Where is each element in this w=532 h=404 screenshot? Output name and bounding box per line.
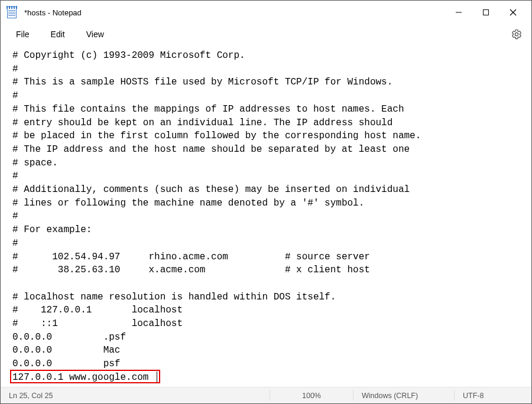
settings-button[interactable] [507,24,527,44]
minimize-icon [455,9,462,16]
gear-icon [511,29,522,40]
svg-rect-1 [484,10,489,15]
text-editor[interactable] [12,49,529,385]
status-position: Ln 25, Col 25 [1,387,61,403]
editor-area [1,44,531,387]
notepad-window: *hosts - Notepad File Edit View [0,0,532,404]
statusbar: Ln 25, Col 25 100% Windows (CRLF) UTF-8 [1,387,531,403]
maximize-icon [482,9,489,16]
status-zoom: 100% [270,387,353,403]
menubar: File Edit View [1,24,531,44]
menu-edit[interactable]: Edit [40,26,76,43]
window-title: *hosts - Notepad [24,8,82,17]
status-encoding: UTF-8 [455,387,531,403]
close-icon [510,9,517,16]
maximize-button[interactable] [472,1,499,24]
titlebar[interactable]: *hosts - Notepad [1,1,531,24]
status-line-ending: Windows (CRLF) [353,387,454,403]
close-button[interactable] [499,1,527,24]
notepad-icon [7,6,17,19]
menu-file[interactable]: File [5,26,40,43]
menu-view[interactable]: View [76,26,115,43]
minimize-button[interactable] [445,1,472,24]
